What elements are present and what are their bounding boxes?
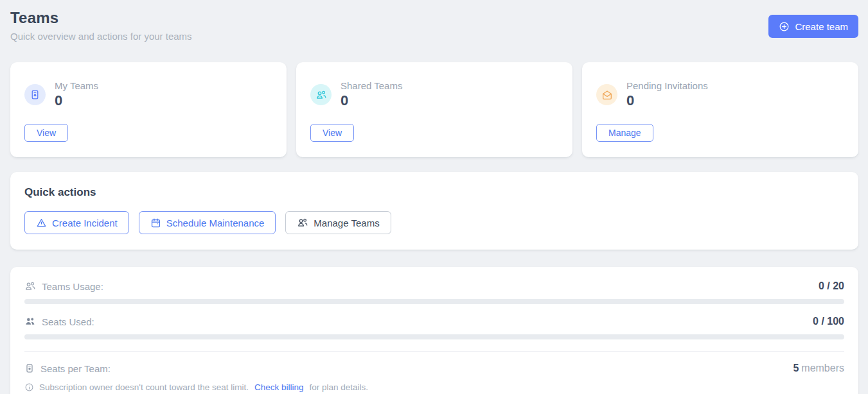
- seats-used-value: 0 / 100: [813, 316, 844, 327]
- seats-used-label-group: Seats Used:: [24, 316, 94, 327]
- note-text-after: for plan details.: [310, 382, 369, 392]
- my-teams-view-button[interactable]: View: [24, 124, 68, 142]
- shared-teams-card: Shared Teams 0 View: [296, 62, 572, 157]
- quick-actions-title: Quick actions: [24, 186, 844, 199]
- stat-value: 0: [626, 92, 708, 109]
- my-teams-head: My Teams 0: [24, 80, 272, 109]
- warning-icon: [36, 218, 47, 228]
- seats-per-team-suffix: members: [801, 363, 844, 373]
- group-outline-icon: [24, 280, 36, 292]
- seats-per-team-label-group: Seats per Team:: [24, 363, 111, 374]
- teams-usage-row: Teams Usage: 0 / 20: [24, 280, 844, 292]
- manage-teams-label: Manage Teams: [314, 218, 379, 228]
- schedule-maintenance-label: Schedule Maintenance: [166, 218, 265, 228]
- my-teams-text: My Teams 0: [55, 80, 98, 109]
- stats-row: My Teams 0 View Shared Teams: [10, 62, 858, 157]
- seats-used-row: Seats Used: 0 / 100: [24, 316, 844, 327]
- check-billing-link[interactable]: Check billing: [254, 382, 304, 392]
- group-icon: [297, 217, 308, 228]
- page-header: Teams Quick overview and actions for you…: [10, 9, 858, 42]
- stat-label: My Teams: [55, 80, 98, 91]
- usage-card: Teams Usage: 0 / 20 Seats Used: 0 / 100: [10, 267, 858, 394]
- seats-used-label: Seats Used:: [42, 316, 94, 327]
- my-teams-card: My Teams 0 View: [10, 62, 287, 157]
- pending-invitations-text: Pending Invitations 0: [626, 80, 708, 109]
- people-filled-icon: [24, 316, 36, 327]
- info-icon: [24, 382, 34, 392]
- shared-teams-view-button[interactable]: View: [310, 124, 354, 142]
- usage-divider: [24, 351, 844, 352]
- quick-actions-card: Quick actions Create Incident: [10, 172, 858, 250]
- teams-usage-label-group: Teams Usage:: [24, 280, 103, 292]
- stat-value: 0: [55, 92, 98, 109]
- plus-circle-icon: [779, 21, 790, 32]
- seats-per-team-value: 5members: [793, 363, 844, 374]
- page-title: Teams: [10, 9, 192, 27]
- note-text-before: Subscription owner doesn't count toward …: [39, 382, 249, 392]
- create-team-button[interactable]: Create team: [768, 15, 858, 38]
- seats-per-team-label: Seats per Team:: [40, 363, 111, 374]
- shared-teams-head: Shared Teams 0: [310, 80, 558, 109]
- shared-teams-text: Shared Teams 0: [341, 80, 402, 109]
- seat-limit-note: Subscription owner doesn't count toward …: [24, 382, 844, 392]
- schedule-maintenance-button[interactable]: Schedule Maintenance: [139, 211, 276, 234]
- create-incident-label: Create Incident: [52, 218, 118, 228]
- quick-actions-buttons: Create Incident Schedule Maintenance: [24, 211, 844, 234]
- stat-label: Pending Invitations: [626, 80, 708, 91]
- stat-value: 0: [341, 92, 402, 109]
- invitations-manage-button[interactable]: Manage: [596, 124, 653, 142]
- group-icon: [310, 84, 332, 105]
- teams-usage-label: Teams Usage:: [42, 281, 103, 292]
- badge-gray-icon: [24, 363, 35, 373]
- header-text: Teams Quick overview and actions for you…: [10, 9, 192, 42]
- seats-per-team-row: Seats per Team: 5members: [24, 363, 844, 374]
- pending-invitations-head: Pending Invitations 0: [596, 80, 844, 109]
- pending-invitations-card: Pending Invitations 0 Manage: [582, 62, 858, 157]
- teams-usage-progress: [24, 299, 844, 304]
- manage-teams-button[interactable]: Manage Teams: [285, 211, 391, 234]
- seats-per-team-number: 5: [793, 363, 799, 373]
- mail-open-icon: [596, 84, 617, 105]
- calendar-icon: [150, 218, 161, 228]
- page-subtitle: Quick overview and actions for your team…: [10, 31, 192, 42]
- seats-used-progress: [24, 334, 844, 339]
- create-incident-button[interactable]: Create Incident: [24, 211, 129, 234]
- teams-usage-value: 0 / 20: [819, 280, 844, 292]
- teams-page: Teams Quick overview and actions for you…: [0, 0, 868, 394]
- stat-label: Shared Teams: [341, 80, 402, 91]
- create-team-label: Create team: [795, 21, 848, 32]
- badge-icon: [24, 84, 46, 105]
